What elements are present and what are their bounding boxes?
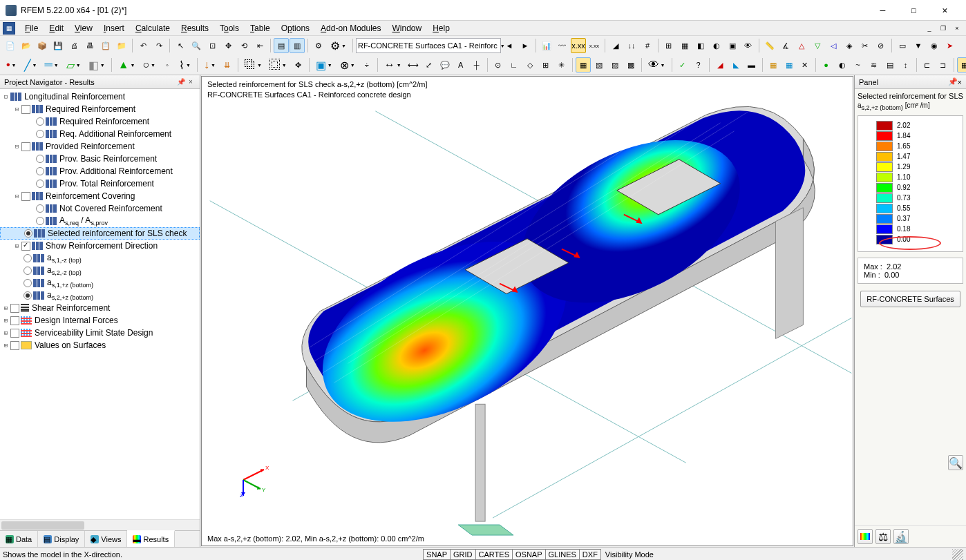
tree-sls[interactable]: Selected reinforcement for SLS check — [0, 227, 200, 240]
mdi-minimize[interactable]: _ — [923, 23, 936, 34]
tree-covering[interactable]: ⊟Reinforcement Covering — [0, 190, 200, 202]
resize-grip[interactable] — [952, 549, 963, 560]
surface-drop[interactable]: ▱▼ — [63, 57, 84, 73]
prev-lc-icon[interactable]: ◄ — [502, 38, 517, 53]
menu-options[interactable]: Options — [276, 21, 315, 35]
new-icon[interactable]: 📄 — [3, 38, 18, 53]
grid-snap-icon[interactable]: ⊞ — [538, 57, 553, 73]
loading-icon[interactable]: ↓↓ — [624, 38, 639, 53]
report-icon[interactable]: 📋 — [98, 38, 113, 53]
snap-icon[interactable]: ⊙ — [491, 57, 506, 73]
hatch-icon[interactable]: ▤ — [882, 57, 898, 73]
menu-addon[interactable]: Add-on Modules — [315, 21, 386, 35]
display-icon[interactable]: 👁 — [741, 38, 756, 53]
nav-tab-display[interactable]: ▤Display — [38, 531, 85, 547]
status-glines[interactable]: GLINES — [545, 549, 580, 560]
render2-icon[interactable]: ▧ — [591, 57, 607, 73]
menu-window[interactable]: Window — [387, 21, 428, 35]
color2-icon[interactable]: ◐ — [835, 57, 850, 73]
close-button[interactable]: ✕ — [929, 0, 960, 20]
maximize-button[interactable]: ☐ — [898, 0, 929, 20]
ortho-icon[interactable]: ∟ — [506, 57, 522, 73]
axis-z-icon[interactable]: ◁ — [826, 38, 841, 53]
render4-icon[interactable]: ▩ — [623, 57, 638, 73]
menu-insert[interactable]: Insert — [98, 21, 130, 35]
previous-view-icon[interactable]: ⇤ — [252, 38, 267, 53]
check-icon[interactable]: ✓ — [675, 57, 690, 73]
color1-icon[interactable]: ● — [819, 57, 834, 73]
tree-vos[interactable]: ⊞Values on Surfaces — [0, 339, 200, 351]
app-menu-icon[interactable]: ▦ — [3, 22, 15, 35]
section-icon[interactable]: ⊘ — [873, 38, 889, 53]
pan-icon[interactable]: ✥ — [220, 38, 236, 53]
smooth-icon[interactable]: ~ — [851, 57, 866, 73]
measure-icon[interactable]: 📏 — [762, 38, 777, 53]
tree-as-1[interactable]: as,1,-z (top) — [0, 252, 200, 264]
calc-icon[interactable]: ⚙ — [311, 38, 326, 53]
print-icon[interactable]: 🖶 — [82, 38, 97, 53]
tree-provided-1[interactable]: Prov. Basic Reinforcement — [0, 153, 200, 165]
dim2-icon[interactable]: ⟷ — [406, 57, 421, 73]
solid-drop[interactable]: ◧▼ — [85, 57, 108, 73]
iso2-icon[interactable]: ▦ — [782, 57, 797, 73]
panel-tab-legend-icon[interactable] — [858, 529, 873, 544]
clip-icon[interactable]: ✂ — [858, 38, 873, 53]
tree-root[interactable]: ⊟Longitudinal Reinforcement — [0, 90, 200, 103]
zoom-all-icon[interactable]: ⊡ — [205, 38, 220, 53]
axis-y-icon[interactable]: ▽ — [810, 38, 825, 53]
tree-covering-2[interactable]: As,req / As,prov — [0, 215, 200, 227]
polar-icon[interactable]: ✳ — [554, 57, 569, 73]
tree-provided-2[interactable]: Prov. Additional Reinforcement — [0, 165, 200, 177]
range-icon[interactable]: ↕ — [898, 57, 913, 73]
wireframe-icon[interactable]: ▣ — [725, 38, 740, 53]
intersect-drop[interactable]: ⊗▼ — [337, 57, 359, 73]
panel-zoom-icon[interactable]: 🔍 — [948, 455, 963, 470]
navigator-hscroll[interactable] — [0, 519, 200, 530]
spring-drop[interactable]: ⌇▼ — [176, 57, 194, 73]
tree-shear[interactable]: ⊞Shear Reinforcement — [0, 302, 200, 314]
values-icon[interactable]: x.xx — [571, 38, 586, 53]
tree-covering-1[interactable]: Not Covered Reinforcement — [0, 202, 200, 215]
view-drop[interactable]: 👁▼ — [645, 57, 669, 73]
tree-required-1[interactable]: Required Reinforcement — [0, 115, 200, 128]
isometric-icon[interactable]: ◈ — [842, 38, 857, 53]
guide-icon[interactable]: ┼ — [469, 57, 484, 73]
rendering-icon[interactable]: ◧ — [693, 38, 708, 53]
tree-required-2[interactable]: Req. Additional Reinforcement — [0, 128, 200, 140]
tree-show-dir[interactable]: ⊞Show Reinforcement Direction — [0, 240, 200, 252]
dim-drop[interactable]: ↔▼ — [381, 57, 405, 73]
tree-as-4[interactable]: as,2,+z (bottom) — [0, 289, 200, 302]
mdi-close[interactable]: × — [951, 23, 963, 34]
results-combo[interactable]: RF-CONCRETE Surfaces CA1 - Reinforc▼ — [356, 38, 501, 53]
menu-help[interactable]: Help — [427, 21, 455, 35]
menu-tools[interactable]: Tools — [214, 21, 245, 35]
surfaces-icon[interactable]: ▦ — [677, 38, 692, 53]
tree-as-3[interactable]: as,1,+z (bottom) — [0, 277, 200, 289]
render3-icon[interactable]: ▨ — [607, 57, 623, 73]
zoom-window-icon[interactable]: 🔍 — [189, 38, 204, 53]
coord-icon[interactable]: ∡ — [778, 38, 793, 53]
support-drop[interactable]: ▲▼ — [115, 57, 139, 73]
status-snap[interactable]: SNAP — [423, 549, 451, 560]
menu-edit[interactable]: Edit — [44, 21, 69, 35]
deform-icon[interactable]: 〰 — [555, 38, 570, 53]
menu-view[interactable]: View — [69, 21, 98, 35]
status-cartes[interactable]: CARTES — [475, 549, 513, 560]
load-drop[interactable]: ↓▼ — [200, 57, 219, 73]
dim3-icon[interactable]: ⤢ — [422, 57, 437, 73]
contour-icon[interactable]: ≋ — [866, 57, 882, 73]
menu-results[interactable]: Results — [176, 21, 214, 35]
result1-icon[interactable]: ◢ — [712, 57, 728, 73]
release-icon[interactable]: ◦ — [160, 57, 175, 73]
status-grid[interactable]: GRID — [450, 549, 476, 560]
status-osnap[interactable]: OSNAP — [512, 549, 546, 560]
tree-dif[interactable]: ⊞Design Internal Forces — [0, 314, 200, 327]
mirror-drop[interactable]: ⿴▼ — [266, 57, 290, 73]
nav-tab-views[interactable]: ◆Views — [85, 531, 127, 547]
tree-provided-3[interactable]: Prov. Total Reinforcement — [0, 177, 200, 190]
object-snap-icon[interactable]: ◇ — [522, 57, 538, 73]
axis-x-icon[interactable]: △ — [794, 38, 809, 53]
rotate-icon[interactable]: ⟲ — [236, 38, 252, 53]
iso1-icon[interactable]: ▦ — [766, 57, 781, 73]
undo-icon[interactable]: ↶ — [135, 38, 151, 53]
